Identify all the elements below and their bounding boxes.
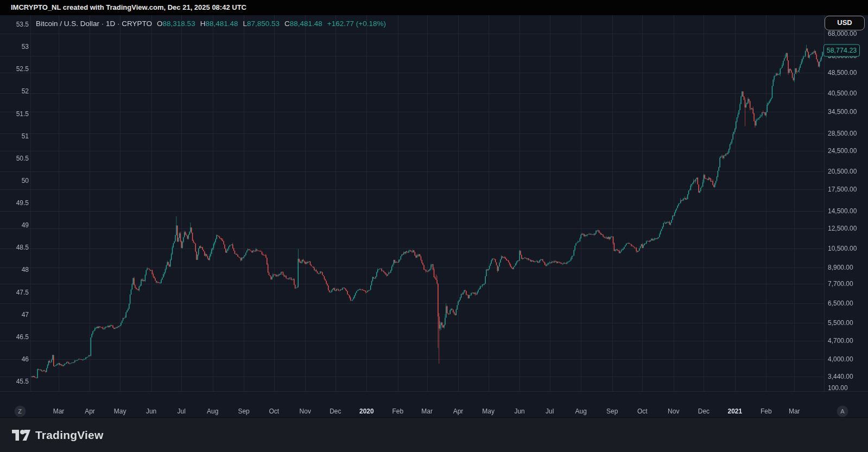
hint-badge-z: Z <box>14 406 26 417</box>
right-axis-label: 12,500.00 <box>828 225 857 232</box>
left-axis-label: 49.5 <box>16 199 29 207</box>
right-axis-label: 20,500.00 <box>828 168 857 175</box>
tradingview-logo[interactable]: TradingView <box>12 429 104 442</box>
left-axis-label: 46.5 <box>16 333 29 341</box>
right-axis-label: 6,500.00 <box>828 300 853 307</box>
change-value: +162.77 (+0.18%) <box>327 20 386 28</box>
ohlc-item: O88,318.53 <box>157 20 195 28</box>
ohlc-item: L87,850.53 <box>243 20 280 28</box>
time-axis-month-label: Aug <box>207 408 218 415</box>
right-axis-edge-label: 100.00 <box>828 384 848 392</box>
footer-bar: TradingView <box>0 417 868 452</box>
time-axis-month-label: Feb <box>392 408 403 415</box>
left-axis-label: 47 <box>22 311 29 319</box>
time-axis-month-label: May <box>114 408 126 415</box>
left-axis-label: 48.5 <box>16 244 29 251</box>
right-axis-label: 34,500.00 <box>828 108 857 116</box>
left-axis-label: 52 <box>22 87 29 95</box>
left-axis-label: 48 <box>22 266 29 273</box>
left-axis-label: 51 <box>22 132 29 140</box>
right-axis-label: 4,700.00 <box>828 337 853 345</box>
right-axis-label: 48,500.00 <box>828 69 857 77</box>
right-axis-label: 14,500.00 <box>828 207 857 215</box>
right-axis-label: 40,500.00 <box>828 90 857 97</box>
currency-toggle-button[interactable]: USD <box>825 16 865 30</box>
left-axis-label: 53 <box>22 43 29 50</box>
right-axis-label: 10,500.00 <box>828 245 857 252</box>
time-axis-month-label: Oct <box>269 408 279 415</box>
time-axis-month-label: Dec <box>698 408 709 415</box>
symbol-title: Bitcoin / U.S. Dollar · 1D · CRYPTO <box>36 20 152 28</box>
right-axis-label: 8,900.00 <box>828 264 853 271</box>
time-axis-month-label: May <box>482 408 495 415</box>
left-axis-label: 51.5 <box>16 110 29 118</box>
time-axis-month-label: Mar <box>789 408 800 415</box>
time-axis-month-label: Mar <box>53 408 65 415</box>
ohlc-item: H88,481.48 <box>200 20 238 28</box>
right-axis-label: 24,500.00 <box>828 147 857 155</box>
right-axis-label: 17,500.00 <box>828 186 857 193</box>
time-axis-year-label: 2021 <box>728 408 743 415</box>
ohlc-values: O88,318.53H88,481.48L87,850.53C88,481.48 <box>152 20 322 28</box>
time-axis-month-label: Oct <box>637 408 648 415</box>
tradingview-logo-icon <box>12 429 30 442</box>
time-scale[interactable]: MarAprMayJunJulAugSepOctNovDec2020FebMar… <box>0 392 868 417</box>
last-price-label: 58,774.23 <box>823 44 860 56</box>
time-axis-month-label: Sep <box>238 408 249 415</box>
right-axis-label: 7,700.00 <box>828 280 853 288</box>
left-axis-label: 50 <box>22 177 29 184</box>
chart-region: Bitcoin / U.S. Dollar · 1D · CRYPTOO88,3… <box>0 15 868 417</box>
right-axis-label: 68,000.00 <box>828 30 857 37</box>
time-axis-month-label: Apr <box>85 408 95 415</box>
candlestick-chart-canvas[interactable] <box>0 15 868 392</box>
time-axis-month-label: Apr <box>453 408 464 415</box>
time-axis-month-label: Jul <box>546 408 554 415</box>
watermark-bar: IMCRYPTO_NL created with TradingView.com… <box>0 0 868 15</box>
time-axis-month-label: Feb <box>761 408 772 415</box>
time-axis-month-label: Aug <box>575 408 587 415</box>
time-axis-month-label: Mar <box>421 408 433 415</box>
time-axis-month-label: Jun <box>514 408 524 415</box>
time-axis-year-label: 2020 <box>359 408 374 415</box>
hint-badge-a: A <box>837 406 848 417</box>
time-axis-month-label: Nov <box>668 408 679 415</box>
left-axis-label: 50.5 <box>16 155 29 162</box>
right-axis-label: 5,500.00 <box>828 319 853 327</box>
left-axis-label: 49 <box>22 221 29 229</box>
left-axis-label: 47.5 <box>16 289 29 296</box>
right-axis-label: 3,440.00 <box>828 373 853 380</box>
symbol-legend[interactable]: Bitcoin / U.S. Dollar · 1D · CRYPTOO88,3… <box>36 20 386 29</box>
ohlc-item: C88,481.48 <box>284 20 322 28</box>
left-axis-label: 52.5 <box>16 65 29 73</box>
left-axis-label: 46 <box>22 355 29 363</box>
left-price-scale[interactable]: 53.55352.55251.55150.55049.54948.54847.5… <box>0 15 29 392</box>
right-axis-label: 28,500.00 <box>828 130 857 137</box>
left-axis-label: 53.5 <box>16 21 29 28</box>
time-axis-month-label: Nov <box>300 408 311 415</box>
brand-wordmark: TradingView <box>35 429 104 442</box>
watermark-text: IMCRYPTO_NL created with TradingView.com… <box>11 3 246 11</box>
time-axis-month-label: Sep <box>606 408 618 415</box>
time-axis-month-label: Dec <box>330 408 341 415</box>
time-axis-month-label: Jul <box>178 408 186 415</box>
left-axis-label: 45.5 <box>16 378 29 385</box>
right-axis-label: 4,000.00 <box>828 355 853 363</box>
time-axis-month-label: Jun <box>146 408 156 415</box>
right-price-scale[interactable]: 68,000.0056,000.0048,500.0040,500.0034,5… <box>824 15 868 407</box>
